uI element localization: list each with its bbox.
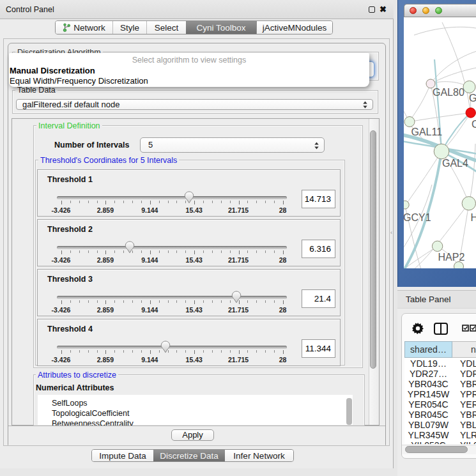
svg-text:GA: GA — [469, 93, 476, 104]
svg-text:C: C — [472, 119, 476, 130]
svg-text:GAL4: GAL4 — [442, 158, 468, 169]
svg-text:GAL80: GAL80 — [433, 87, 464, 98]
svg-text:GAL11: GAL11 — [411, 127, 443, 137]
svg-text:H: H — [471, 212, 476, 223]
svg-text:HAP2: HAP2 — [438, 252, 465, 263]
svg-text:GCY1: GCY1 — [404, 212, 431, 223]
